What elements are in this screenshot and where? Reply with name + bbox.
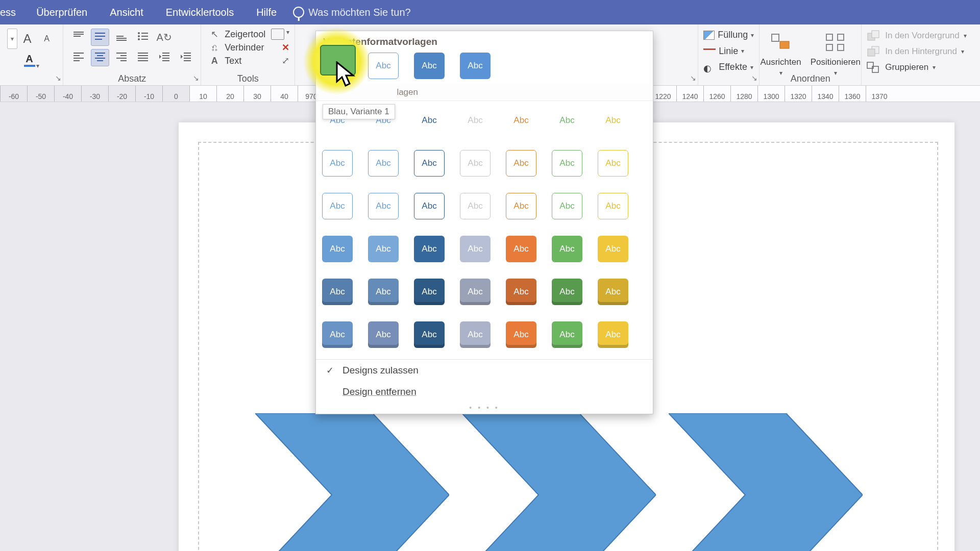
style-swatch[interactable]: Abc bbox=[460, 107, 491, 134]
style-swatch[interactable]: Abc bbox=[598, 150, 628, 177]
rectangle-shape-button[interactable] bbox=[271, 29, 284, 40]
style-swatch[interactable]: Abc bbox=[322, 193, 353, 219]
svg-rect-3 bbox=[772, 34, 779, 41]
style-swatch[interactable]: Abc bbox=[598, 236, 628, 262]
style-swatch[interactable]: Abc bbox=[506, 236, 536, 262]
menu-tab-developer[interactable]: Entwicklertools bbox=[155, 0, 245, 24]
style-swatch[interactable]: Abc bbox=[506, 279, 536, 305]
decrease-font-button[interactable]: A bbox=[38, 31, 56, 47]
align-center-button[interactable] bbox=[91, 49, 109, 66]
menu-tab-partial[interactable]: ess bbox=[0, 0, 25, 24]
style-swatch[interactable]: Abc bbox=[598, 279, 628, 305]
shape-effects-button[interactable]: ◐ Effekte ▾ bbox=[703, 61, 754, 73]
style-swatch[interactable]: Abc bbox=[414, 321, 445, 348]
dialog-launcher-icon[interactable]: ↘ bbox=[751, 74, 757, 82]
shape-line-button[interactable]: Linie ▾ bbox=[703, 43, 754, 59]
increase-indent-button[interactable] bbox=[177, 49, 195, 66]
style-swatch[interactable]: Abc bbox=[506, 193, 536, 219]
align-dropdown[interactable]: Ausrichten ▾ bbox=[758, 30, 803, 77]
line-icon bbox=[703, 48, 716, 58]
ruler-tick: 20 bbox=[216, 86, 243, 102]
chevron-down-icon[interactable]: ▾ bbox=[741, 47, 744, 55]
style-swatch[interactable]: Abc bbox=[460, 279, 491, 305]
decrease-indent-button[interactable] bbox=[155, 49, 174, 66]
style-swatch[interactable]: Abc bbox=[414, 53, 445, 79]
arrow-shape-1[interactable] bbox=[255, 413, 449, 551]
hovered-style-swatch[interactable] bbox=[320, 45, 356, 76]
bullets-button[interactable] bbox=[134, 29, 152, 46]
rotate-text-button[interactable]: A↻ bbox=[155, 29, 174, 46]
style-swatch[interactable]: Abc bbox=[460, 150, 491, 177]
chevron-down-icon[interactable]: ▾ bbox=[933, 64, 936, 71]
style-swatch[interactable]: Abc bbox=[414, 236, 445, 262]
style-swatch[interactable]: Abc bbox=[368, 150, 399, 177]
chevron-down-icon[interactable]: ▾ bbox=[750, 64, 753, 71]
shape-fill-button[interactable]: Füllung ▾ bbox=[703, 29, 754, 41]
align-top-button[interactable] bbox=[69, 29, 88, 46]
font-color-button[interactable]: A bbox=[24, 53, 35, 69]
style-swatch[interactable]: Abc bbox=[598, 107, 628, 134]
style-swatch[interactable]: Abc bbox=[414, 107, 445, 134]
style-swatch[interactable]: Abc bbox=[552, 321, 582, 348]
style-swatch[interactable]: Abc bbox=[552, 279, 582, 305]
style-swatch[interactable]: Abc bbox=[322, 150, 353, 177]
font-size-dropdown[interactable]: ▾ bbox=[7, 29, 17, 49]
style-swatch[interactable]: Abc bbox=[598, 193, 628, 219]
style-swatch[interactable]: Abc bbox=[322, 279, 353, 305]
style-swatch[interactable]: Abc bbox=[460, 193, 491, 219]
arrow-shape-3[interactable] bbox=[669, 413, 863, 551]
align-right-button[interactable] bbox=[112, 49, 131, 66]
pointer-tool-button[interactable]: ↖ Zeigertool ▾ bbox=[206, 29, 289, 40]
style-swatch[interactable]: Abc bbox=[368, 193, 399, 219]
remove-design-button[interactable]: Design entfernen bbox=[316, 381, 653, 403]
allow-designs-button[interactable]: ✓ Designs zulassen bbox=[316, 360, 653, 381]
style-swatch[interactable]: Abc bbox=[506, 321, 536, 348]
tell-me-input[interactable]: Was möchten Sie tun? bbox=[308, 7, 410, 18]
arrow-shape-2[interactable] bbox=[462, 413, 656, 551]
increase-font-button[interactable]: A bbox=[18, 31, 37, 47]
text-tool-button[interactable]: A Text ⤢ bbox=[206, 55, 289, 66]
dialog-launcher-icon[interactable]: ↘ bbox=[193, 74, 199, 82]
justify-button[interactable] bbox=[134, 49, 152, 66]
gallery-section-label: xx lagen bbox=[316, 84, 653, 101]
style-swatch[interactable]: Abc bbox=[322, 321, 353, 348]
style-swatch[interactable]: Abc bbox=[552, 150, 582, 177]
menu-tab-view[interactable]: Ansicht bbox=[99, 0, 155, 24]
style-swatch[interactable]: Abc bbox=[506, 107, 536, 134]
align-icon bbox=[767, 30, 795, 55]
resize-grip-icon[interactable]: • • • • bbox=[316, 403, 653, 414]
connector-tool-button[interactable]: ⎌ Verbinder ✕ bbox=[206, 42, 289, 53]
style-swatch[interactable]: Abc bbox=[506, 150, 536, 177]
style-swatch[interactable]: Abc bbox=[460, 236, 491, 262]
menu-tab-review[interactable]: Überprüfen bbox=[25, 0, 99, 24]
style-swatch[interactable]: Abc bbox=[368, 236, 399, 262]
style-swatch[interactable]: Abc bbox=[552, 107, 582, 134]
position-dropdown[interactable]: Positionieren ▾ bbox=[808, 30, 863, 77]
style-swatch[interactable]: Abc bbox=[414, 193, 445, 219]
style-swatch[interactable]: Abc bbox=[322, 236, 353, 262]
expand-icon[interactable]: ⤢ bbox=[282, 55, 289, 66]
style-swatch[interactable]: Abc bbox=[552, 193, 582, 219]
chevron-down-icon[interactable]: ▾ bbox=[751, 32, 754, 39]
align-middle-button[interactable] bbox=[91, 29, 109, 46]
style-swatch[interactable]: Abc bbox=[598, 321, 628, 348]
style-swatch[interactable]: Abc bbox=[368, 53, 399, 79]
style-swatch[interactable]: Abc bbox=[414, 279, 445, 305]
style-swatch[interactable]: Abc bbox=[368, 321, 399, 348]
dialog-launcher-icon[interactable]: ↘ bbox=[55, 74, 61, 82]
style-swatch[interactable]: Abc bbox=[368, 279, 399, 305]
chevron-down-icon[interactable]: ▾ bbox=[286, 29, 289, 40]
align-left-button[interactable] bbox=[69, 49, 88, 66]
align-bottom-button[interactable] bbox=[112, 29, 131, 46]
bring-front-icon bbox=[867, 30, 881, 41]
svg-rect-8 bbox=[838, 44, 844, 51]
style-swatch[interactable]: Abc bbox=[552, 236, 582, 262]
close-icon[interactable]: ✕ bbox=[282, 42, 289, 53]
style-swatch[interactable]: Abc bbox=[414, 150, 445, 177]
chevron-down-icon[interactable]: ▾ bbox=[36, 53, 39, 69]
menu-tab-help[interactable]: Hilfe bbox=[245, 0, 288, 24]
dialog-launcher-icon[interactable]: ↘ bbox=[690, 74, 696, 82]
style-swatch[interactable]: Abc bbox=[460, 321, 491, 348]
group-button[interactable]: Gruppieren ▾ bbox=[867, 60, 975, 74]
style-swatch[interactable]: Abc bbox=[460, 53, 491, 79]
